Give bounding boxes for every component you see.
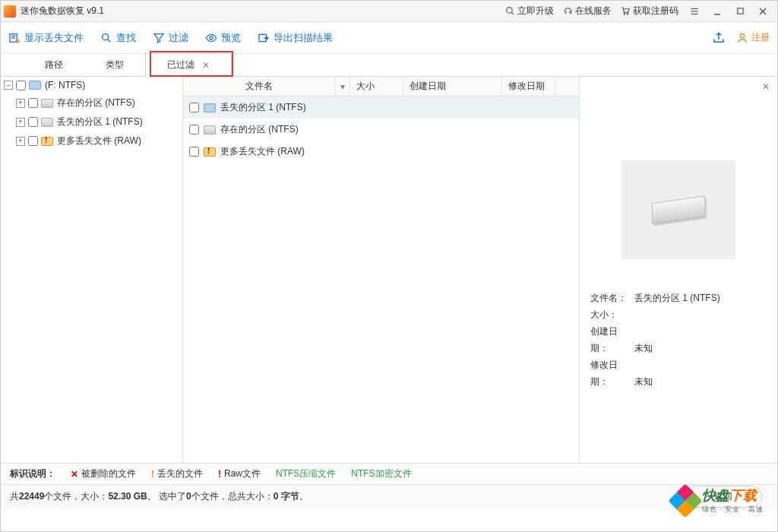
tab-bar: 路径 类型 已过滤 ✕ xyxy=(1,54,777,77)
list-row[interactable]: 存在的分区 (NTFS) xyxy=(183,119,579,141)
legend-title: 标识说明： xyxy=(10,467,55,480)
preview-created-value: 未知 xyxy=(634,343,653,353)
share-button[interactable] xyxy=(712,31,726,45)
expand-icon[interactable]: + xyxy=(16,118,25,127)
tree-root-label: (F: NTFS) xyxy=(45,80,85,90)
legend-compressed: NTFS压缩文件 xyxy=(276,467,336,480)
tree-item-checkbox[interactable] xyxy=(28,117,38,127)
row-checkbox[interactable] xyxy=(189,103,199,112)
preview-modified-label: 修改日期： xyxy=(590,356,634,390)
maximize-icon xyxy=(736,7,745,15)
svg-line-16 xyxy=(108,39,111,42)
list-row[interactable]: 更多丢失文件 (RAW) xyxy=(183,141,579,163)
collapse-icon[interactable]: − xyxy=(4,81,13,90)
export-button[interactable]: 导出扫描结果 xyxy=(258,31,333,45)
legend-deleted: ✕被删除的文件 xyxy=(71,467,136,480)
show-lost-files-button[interactable]: 显示丢失文件 xyxy=(8,31,84,45)
watermark-brand1: 快盘 xyxy=(702,488,729,503)
row-checkbox[interactable] xyxy=(189,147,199,157)
status-text: 共22449个文件，大小：52.30 GB。 选中了0个文件，总共大小：0 字节… xyxy=(10,490,308,503)
tab-close-icon[interactable]: ✕ xyxy=(202,60,210,71)
funnel-icon xyxy=(153,32,165,44)
col-size[interactable]: 大小 xyxy=(350,77,403,96)
close-button[interactable] xyxy=(751,4,774,19)
menu-icon xyxy=(689,6,700,17)
preview-modified-value: 未知 xyxy=(634,376,653,387)
legend-bar: 标识说明： ✕被删除的文件 !丢失的文件 !Raw文件 NTFS压缩文件 NTF… xyxy=(1,463,777,484)
svg-point-15 xyxy=(103,33,109,40)
preview-thumbnail xyxy=(621,160,735,259)
watermark-brand: 快盘下载 xyxy=(702,486,764,505)
col-filename[interactable]: 文件名 xyxy=(183,77,335,96)
maximize-button[interactable] xyxy=(729,4,751,19)
tree-item-label: 存在的分区 (NTFS) xyxy=(57,97,135,109)
watermark-brand2: 下载 xyxy=(729,488,757,503)
list-row[interactable]: 丢失的分区 1 (NTFS) xyxy=(183,97,579,119)
title-bar: 迷你兔数据恢复 v9.1 立即升级 在线服务 获取注册码 xyxy=(1,1,777,22)
preview-info: 文件名：丢失的分区 1 (NTFS) 大小： 创建日期：未知 修改日期：未知 xyxy=(590,290,767,390)
raw-drive-icon xyxy=(204,147,216,157)
expand-icon[interactable]: + xyxy=(16,137,25,146)
status-files-label: 个文件，大小： xyxy=(44,491,108,502)
tab-filtered[interactable]: 已过滤 ✕ xyxy=(145,53,232,77)
tree-item-checkbox[interactable] xyxy=(28,136,38,146)
svg-point-19 xyxy=(740,33,744,37)
filter-label: 过滤 xyxy=(169,31,188,45)
register-button[interactable]: 注册 xyxy=(736,31,770,44)
tab-type[interactable]: 类型 xyxy=(84,54,145,76)
preview-button[interactable]: 预览 xyxy=(205,31,241,45)
warn-icon: ! xyxy=(218,469,221,480)
warn-icon: ! xyxy=(151,469,154,480)
magnifier-icon xyxy=(100,32,112,44)
legend-deleted-label: 被删除的文件 xyxy=(81,467,136,480)
watermark-sub: 绿色 · 安全 · 高速 xyxy=(702,505,764,515)
upgrade-link[interactable]: 立即升级 xyxy=(505,5,554,17)
close-icon xyxy=(758,7,767,16)
preview-panel: ✕ 文件名：丢失的分区 1 (NTFS) 大小： 创建日期：未知 修改日期：未知 xyxy=(580,77,777,463)
status-filecount: 22449 xyxy=(19,491,44,502)
list-header: 文件名 ▾ 大小 创建日期 修改日期 xyxy=(183,77,579,97)
tree-item[interactable]: + 丢失的分区 1 (NTFS) xyxy=(1,112,182,131)
row-checkbox[interactable] xyxy=(189,125,199,135)
status-sel-unit: 个文件，总共大小： xyxy=(191,491,274,502)
online-label: 在线服务 xyxy=(575,5,612,17)
svg-point-0 xyxy=(507,8,513,14)
expand-icon[interactable]: + xyxy=(16,99,25,108)
status-selcount: 0 xyxy=(186,491,191,502)
col-created[interactable]: 创建日期 xyxy=(403,77,502,96)
tree-item[interactable]: + 更多丢失文件 (RAW) xyxy=(1,131,182,150)
getcode-label: 获取注册码 xyxy=(633,5,678,17)
app-icon xyxy=(4,5,16,17)
watermark: 快盘下载 绿色 · 安全 · 高速 xyxy=(673,486,764,515)
get-code-link[interactable]: 获取注册码 xyxy=(621,5,678,17)
tree-item-checkbox[interactable] xyxy=(28,98,38,108)
minimize-button[interactable] xyxy=(706,4,729,19)
tab-path[interactable]: 路径 xyxy=(24,54,84,76)
tree-root-checkbox[interactable] xyxy=(16,81,26,90)
filter-button[interactable]: 过滤 xyxy=(153,31,188,45)
online-service-link[interactable]: 在线服务 xyxy=(563,5,612,17)
preview-name-value: 丢失的分区 1 (NTFS) xyxy=(634,293,720,303)
sort-indicator-icon[interactable]: ▾ xyxy=(335,77,350,96)
upgrade-label: 立即升级 xyxy=(517,5,554,17)
tree-root[interactable]: − (F: NTFS) xyxy=(1,77,182,93)
preview-close-icon[interactable]: ✕ xyxy=(762,81,770,92)
col-modified[interactable]: 修改日期 xyxy=(502,77,555,96)
headset-icon xyxy=(563,6,573,16)
menu-button[interactable] xyxy=(683,4,706,19)
eye-icon xyxy=(205,32,217,44)
raw-drive-icon xyxy=(41,137,53,146)
cart-icon xyxy=(621,6,631,16)
legend-encrypted: NTFS加密文件 xyxy=(351,467,411,480)
legend-raw-label: Raw文件 xyxy=(224,467,261,480)
svg-rect-8 xyxy=(737,8,742,14)
preview-name-label: 文件名： xyxy=(590,290,634,306)
svg-point-3 xyxy=(627,13,628,14)
tree-item[interactable]: + 存在的分区 (NTFS) xyxy=(1,93,182,112)
x-mark-icon: ✕ xyxy=(71,469,78,480)
search-button[interactable]: 查找 xyxy=(100,31,136,45)
tree-item-label: 丢失的分区 1 (NTFS) xyxy=(57,116,143,128)
status-selsize: 0 字节 xyxy=(274,491,299,502)
preview-created-label: 创建日期： xyxy=(590,323,634,356)
drive-icon xyxy=(41,99,53,108)
